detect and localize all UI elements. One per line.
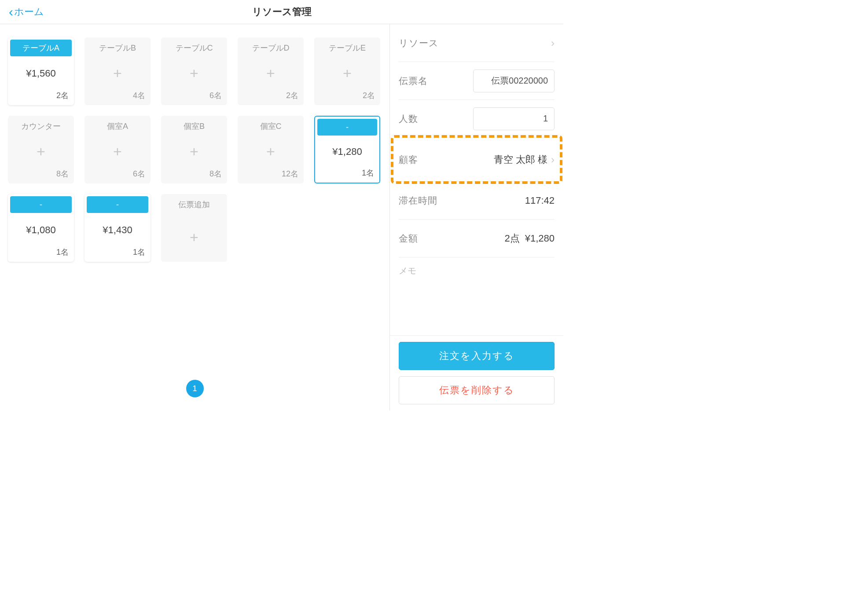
plus-icon: + <box>266 65 275 82</box>
table-card-body: + <box>161 213 227 262</box>
plus-icon: + <box>266 143 275 160</box>
resource-label: リソース <box>399 37 439 49</box>
table-card-name: 伝票追加 <box>163 196 225 213</box>
table-card-body: + <box>238 56 304 90</box>
table-card-price: ¥1,560 <box>26 68 55 79</box>
sidebar-content: リソース › 伝票名 人数 顧客 青空 太郎 様 › 滞在時間 <box>390 24 563 335</box>
memo-row[interactable]: メモ <box>399 257 555 284</box>
customer-value-wrap: 青空 太郎 様 › <box>494 153 555 166</box>
table-card-body: ¥1,560 <box>8 56 74 90</box>
table-card[interactable]: テーブルB+4名 <box>84 37 151 105</box>
table-card-name: 個室B <box>163 118 225 135</box>
table-card-body: ¥1,430 <box>84 213 151 247</box>
plus-icon: + <box>190 143 198 160</box>
table-card-capacity: 6名 <box>84 169 151 183</box>
people-row: 人数 <box>399 100 555 138</box>
table-card-price: ¥1,280 <box>332 146 362 158</box>
table-card-name: - <box>317 119 377 136</box>
table-card-capacity: 4名 <box>84 90 151 105</box>
enter-order-button[interactable]: 注文を入力する <box>399 342 555 370</box>
plus-icon: + <box>37 143 45 160</box>
table-card[interactable]: 個室C+12名 <box>238 116 304 183</box>
table-card-name: テーブルA <box>10 40 72 56</box>
table-card[interactable]: 個室A+6名 <box>84 116 151 183</box>
table-card-body: + <box>84 56 151 90</box>
stay-time-row: 滞在時間 117:42 <box>399 182 555 220</box>
people-input[interactable] <box>473 107 555 130</box>
table-card-capacity: 2名 <box>8 90 74 105</box>
table-card-body: + <box>314 56 380 90</box>
table-grid-area: テーブルA¥1,5602名テーブルB+4名テーブルC+6名テーブルD+2名テーブ… <box>0 24 389 411</box>
table-card[interactable]: -¥1,4301名 <box>84 194 151 262</box>
table-card-capacity: 1名 <box>84 247 151 262</box>
table-card[interactable]: テーブルE+2名 <box>314 37 380 105</box>
page-indicator[interactable]: 1 <box>186 380 204 397</box>
resource-row[interactable]: リソース › <box>399 24 555 62</box>
customer-label: 顧客 <box>399 154 418 166</box>
amount-count: 2点 <box>504 232 519 245</box>
slip-name-row: 伝票名 <box>399 62 555 100</box>
table-card-name: カウンター <box>10 118 72 135</box>
page-title: リソース管理 <box>252 5 312 18</box>
chevron-right-icon: › <box>551 37 555 49</box>
memo-placeholder: メモ <box>399 265 416 277</box>
table-card-name: テーブルE <box>316 40 378 56</box>
slip-name-input[interactable] <box>473 70 555 92</box>
plus-icon: + <box>113 65 122 82</box>
stay-label: 滞在時間 <box>399 194 437 207</box>
table-card-body: ¥1,280 <box>315 136 379 168</box>
table-card-price: ¥1,430 <box>103 224 132 236</box>
table-card-capacity: 12名 <box>238 169 304 183</box>
table-card-body: + <box>8 135 74 169</box>
customer-value: 青空 太郎 様 <box>494 153 547 166</box>
sidebar: リソース › 伝票名 人数 顧客 青空 太郎 様 › 滞在時間 <box>389 24 563 411</box>
customer-row[interactable]: 顧客 青空 太郎 様 › <box>399 138 555 182</box>
table-card-capacity: 6名 <box>161 90 227 105</box>
back-button[interactable]: ‹ ホーム <box>9 4 44 19</box>
table-card-name: テーブルD <box>240 40 301 56</box>
chevron-left-icon: ‹ <box>9 4 13 19</box>
amount-value: ¥1,280 <box>525 233 555 244</box>
table-card-name: 個室C <box>240 118 301 135</box>
table-card-name: - <box>10 196 72 213</box>
plus-icon: + <box>343 65 352 82</box>
plus-icon: + <box>113 143 122 160</box>
table-card[interactable]: -¥1,2801名 <box>314 116 380 183</box>
table-card[interactable]: テーブルA¥1,5602名 <box>8 37 74 105</box>
table-card-capacity: 2名 <box>238 90 304 105</box>
pagination: 1 <box>186 380 204 397</box>
table-card-body: + <box>238 135 304 169</box>
table-card-body: + <box>161 135 227 169</box>
table-card[interactable]: テーブルD+2名 <box>238 37 304 105</box>
table-card-capacity: 8名 <box>161 169 227 183</box>
table-card-body: ¥1,080 <box>8 213 74 247</box>
people-label: 人数 <box>399 113 418 125</box>
table-card-body: + <box>84 135 151 169</box>
card-grid: テーブルA¥1,5602名テーブルB+4名テーブルC+6名テーブルD+2名テーブ… <box>8 37 382 262</box>
delete-slip-button[interactable]: 伝票を削除する <box>399 376 555 404</box>
table-card-name: 個室A <box>87 118 148 135</box>
table-card-capacity: 2名 <box>314 90 380 105</box>
table-card-name: テーブルB <box>87 40 148 56</box>
plus-icon: + <box>190 229 198 246</box>
sidebar-actions: 注文を入力する 伝票を削除する <box>390 335 563 411</box>
table-card-capacity: 1名 <box>8 247 74 262</box>
table-card[interactable]: 個室B+8名 <box>161 116 227 183</box>
amount-label: 金額 <box>399 232 418 245</box>
table-card[interactable]: 伝票追加+ <box>161 194 227 262</box>
table-card-capacity: 8名 <box>8 169 74 183</box>
plus-icon: + <box>190 65 198 82</box>
table-card-name: テーブルC <box>163 40 225 56</box>
amount-value-group: 2点 ¥1,280 <box>504 232 555 245</box>
main: テーブルA¥1,5602名テーブルB+4名テーブルC+6名テーブルD+2名テーブ… <box>0 24 563 411</box>
stay-value: 117:42 <box>525 195 555 206</box>
slip-label: 伝票名 <box>399 75 428 87</box>
table-card[interactable]: テーブルC+6名 <box>161 37 227 105</box>
table-card[interactable]: カウンター+8名 <box>8 116 74 183</box>
back-label: ホーム <box>14 5 44 18</box>
table-card[interactable]: -¥1,0801名 <box>8 194 74 262</box>
amount-row: 金額 2点 ¥1,280 <box>399 220 555 257</box>
table-card-body: + <box>161 56 227 90</box>
table-card-name: - <box>87 196 148 213</box>
header: ‹ ホーム リソース管理 <box>0 0 563 24</box>
